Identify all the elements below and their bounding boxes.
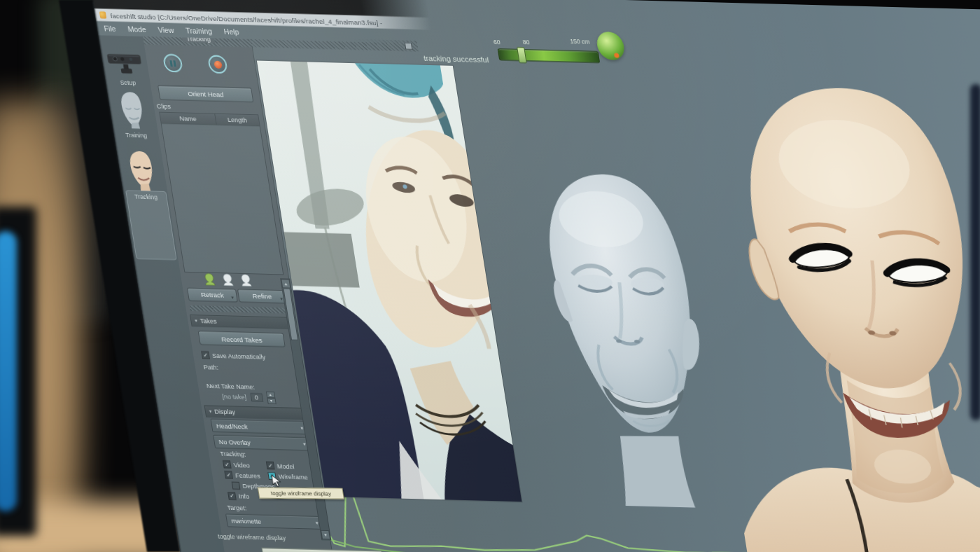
tick-150cm: 150 cm (570, 38, 590, 46)
retrack-head-icons (202, 272, 253, 287)
head-neck-value: Head/Neck (216, 422, 248, 429)
retrack-label: Retrack (200, 291, 224, 299)
monitor-right-bezel (970, 84, 980, 420)
display-header-label: Display (214, 408, 236, 415)
dock-float-icon[interactable] (405, 43, 413, 50)
features-checkbox[interactable]: ✓ (224, 471, 233, 478)
next-take-name-label: Next Take Name: (206, 382, 255, 391)
white-head-icon (220, 273, 234, 287)
clips-table-header: Name Length (160, 113, 259, 127)
head-distance-ball-indicator (595, 32, 626, 60)
take-number-field[interactable]: 0 (250, 393, 263, 401)
menu-mode[interactable]: Mode (127, 25, 146, 34)
spin-up-icon[interactable]: ▲ (265, 392, 274, 398)
takes-header-label: Takes (200, 317, 217, 325)
refine-button[interactable]: Refine▾ (237, 289, 287, 304)
depthmaps-checkbox[interactable] (232, 482, 241, 490)
tracking-options-label: Tracking: (220, 450, 246, 458)
path-label: Path: (203, 364, 219, 371)
orient-head-button[interactable]: Orient Head (158, 85, 253, 103)
tracking-status-text: tracking successful (423, 53, 489, 63)
second-monitor-screen (0, 231, 17, 511)
tooltip-text: toggle wireframe display (270, 490, 332, 497)
info-checkbox-row[interactable]: ✓ Info (227, 492, 250, 500)
menu-view[interactable]: View (158, 26, 174, 35)
wireframe-tooltip: toggle wireframe display (258, 488, 344, 499)
tracking-thumbnail[interactable] (123, 149, 160, 191)
collapse-triangle-icon: ▾ (195, 318, 198, 324)
record-icon (214, 60, 223, 68)
video-label: Video (233, 461, 250, 469)
target-label: Target: (227, 504, 247, 511)
spin-down-icon[interactable]: ▼ (267, 398, 276, 404)
overlay-dropdown[interactable]: No Overlay▾ (213, 435, 310, 451)
take-value: [no take] (222, 393, 247, 401)
scroll-down-icon[interactable]: ▼ (321, 530, 330, 539)
save-automatically-checkbox[interactable]: ✓ (201, 351, 210, 359)
collapse-triangle-icon: ▾ (209, 408, 212, 414)
rail-item-setup[interactable]: Setup (105, 79, 151, 88)
scroll-up-icon[interactable]: ▲ (281, 279, 290, 288)
target-dropdown[interactable]: marionette▾ (225, 513, 323, 530)
clips-label: Clips (156, 103, 172, 111)
record-takes-button[interactable]: Record Takes (198, 331, 286, 347)
kinect-camera-image (104, 47, 146, 78)
head-neck-dropdown[interactable]: Head/Neck▾ (211, 419, 308, 435)
orientation-dot (614, 53, 620, 57)
monitor-screen: faceshift studio [C:/Users/OneDrive/Docu… (90, 0, 980, 552)
model-label: Model (276, 462, 295, 470)
dropdown-arrow-icon: ▾ (231, 294, 234, 300)
menu-help[interactable]: Help (223, 27, 240, 36)
model-checkbox-row[interactable]: ✓ Model (266, 462, 295, 470)
photo-of-monitor: { "window": { "title": "faceshift studio… (0, 0, 980, 552)
menu-file[interactable]: File (104, 25, 117, 33)
record-takes-label: Record Takes (220, 335, 262, 344)
video-checkbox-row[interactable]: ✓ Video (223, 460, 251, 469)
training-thumbnail[interactable] (115, 90, 150, 129)
tick-60: 60 (493, 39, 500, 46)
info-label: Info (238, 492, 250, 499)
retrack-button[interactable]: Retrack▾ (187, 288, 238, 303)
distance-slider-bar[interactable] (498, 48, 601, 63)
rail-item-tracking[interactable]: Tracking (123, 193, 169, 201)
white-head-icon (239, 274, 253, 287)
tick-80: 80 (522, 39, 530, 46)
wireframe-label: Wireframe (278, 473, 308, 481)
info-checkbox[interactable]: ✓ (227, 492, 237, 499)
refine-label: Refine (252, 292, 272, 301)
overlay-value: No Overlay (218, 439, 251, 446)
orient-head-label: Orient Head (187, 90, 224, 98)
column-length[interactable]: Length (215, 114, 259, 126)
menu-training[interactable]: Training (185, 27, 212, 36)
green-head-icon (202, 272, 216, 286)
column-name[interactable]: Name (160, 113, 216, 125)
faceshift-app-icon (99, 11, 107, 18)
next-take-row: [no take] 0 ▲▼ (221, 390, 276, 404)
features-label: Features (234, 471, 260, 479)
save-automatically-label: Save Automatically (211, 352, 266, 360)
rail-item-training[interactable]: Training (113, 131, 160, 139)
pause-icon (169, 60, 176, 67)
target-value: marionette (231, 517, 262, 525)
model-checkbox[interactable]: ✓ (266, 462, 275, 469)
video-checkbox[interactable]: ✓ (223, 460, 232, 468)
features-checkbox-row[interactable]: ✓ Features (224, 471, 260, 479)
